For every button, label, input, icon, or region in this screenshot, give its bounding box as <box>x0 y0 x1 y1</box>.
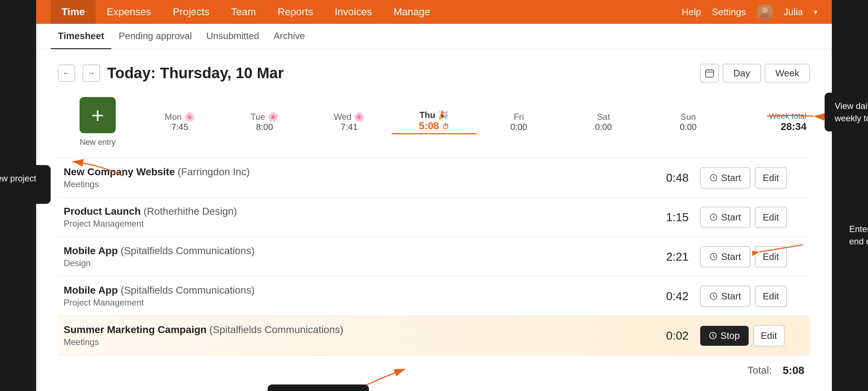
calendar-button[interactable] <box>700 64 719 83</box>
day-tuesday-hours: 8:00 <box>256 122 273 132</box>
entry-actions-cell: Start Edit <box>694 277 810 316</box>
current-date: Thursday, 10 Mar <box>160 64 284 81</box>
days-grid: + New entry Mon 🌸 7:45 Tue 🌸 8:00 Wed 🌸 … <box>58 97 810 147</box>
callout-project-dates-text: Enter project start and end dates <box>849 224 868 246</box>
day-saturday-name: Sat <box>597 112 610 122</box>
start-button[interactable]: Start <box>700 246 750 268</box>
nav-item-time[interactable]: Time <box>51 0 96 24</box>
nav-item-projects[interactable]: Projects <box>162 0 220 24</box>
entry-time-cell: 2:21 <box>644 237 694 277</box>
nav-item-manage[interactable]: Manage <box>383 0 441 24</box>
entry-time: 0:48 <box>650 171 689 185</box>
top-nav: Time Expenses Projects Team Reports Invo… <box>36 0 832 24</box>
subnav-timesheet[interactable]: Timesheet <box>51 24 111 49</box>
nav-right: Help Settings Julia ▾ <box>682 4 817 20</box>
table-row-active: Summer Marketing Campaign (Spitalfields … <box>58 316 810 356</box>
entry-project-cell: Mobile App (Spitalfields Communications)… <box>58 277 644 316</box>
subnav-unsubmitted[interactable]: Unsubmitted <box>199 24 267 49</box>
day-sunday: Sun 0:00 <box>646 108 731 136</box>
project-client: (Farringdon Inc) <box>178 166 250 177</box>
new-entry-label: New entry <box>80 138 115 147</box>
day-friday-hours: 0:00 <box>510 122 527 132</box>
entry-time: 0:42 <box>650 290 689 303</box>
project-category: Design <box>64 258 638 268</box>
day-saturday-hours: 0:00 <box>595 122 612 132</box>
timesheet-table: New Company Website (Farringdon Inc) Mee… <box>58 158 810 355</box>
project-client: (Rotherhithe Design) <box>144 206 237 217</box>
day-wednesday-hours: 7:41 <box>341 122 358 132</box>
main-content: ← → Today: Thursday, 10 Mar Day Week <box>36 49 832 391</box>
next-week-button[interactable]: → <box>82 64 100 82</box>
action-buttons: Start Edit <box>700 167 804 189</box>
callout-project-dates: Enter project start and end dates <box>839 216 868 255</box>
edit-button[interactable]: Edit <box>755 207 787 228</box>
submit-area: Submit week for approval <box>58 385 810 391</box>
prev-week-button[interactable]: ← <box>58 64 75 82</box>
action-buttons: Start Edit <box>700 286 804 307</box>
new-entry-area: + New entry <box>58 97 137 147</box>
callout-time-spent: View time spent on each project <box>268 384 369 391</box>
day-friday: Fri 0:00 <box>476 108 561 136</box>
day-thursday-hours: 5:08 ⏱ <box>419 120 449 132</box>
svg-line-12 <box>714 217 715 218</box>
edit-button[interactable]: Edit <box>753 325 785 346</box>
sub-nav: Timesheet Pending approval Unsubmitted A… <box>36 24 832 49</box>
subnav-pending[interactable]: Pending approval <box>111 24 199 49</box>
today-underline <box>392 133 476 134</box>
table-row: Mobile App (Spitalfields Communications)… <box>58 237 810 277</box>
project-name: New Company Website (Farringdon Inc) <box>64 166 638 178</box>
entry-time-cell: 1:15 <box>644 198 694 237</box>
svg-line-18 <box>714 296 715 297</box>
callout-daily-weekly-text: View daily and weekly totals <box>835 101 868 123</box>
table-row: Product Launch (Rotherhithe Design) Proj… <box>58 198 810 237</box>
arrow-new-project <box>51 154 130 183</box>
nav-item-invoices[interactable]: Invoices <box>324 0 383 24</box>
project-category: Project Management <box>64 219 638 229</box>
day-monday: Mon 🌸 7:45 <box>137 108 222 136</box>
svg-line-21 <box>713 336 714 337</box>
new-entry-button[interactable]: + <box>80 97 116 133</box>
date-nav: ← → Today: Thursday, 10 Mar <box>58 64 284 82</box>
nav-item-reports[interactable]: Reports <box>267 0 324 24</box>
settings-link[interactable]: Settings <box>712 7 746 18</box>
nav-item-expenses[interactable]: Expenses <box>96 0 162 24</box>
edit-button[interactable]: Edit <box>755 286 787 307</box>
view-controls: Day Week <box>700 64 810 83</box>
nav-items: Time Expenses Projects Team Reports Invo… <box>51 0 682 24</box>
day-wednesday: Wed 🌸 7:41 <box>307 108 392 136</box>
date-header: ← → Today: Thursday, 10 Mar Day Week <box>58 64 810 83</box>
user-dropdown-icon[interactable]: ▾ <box>814 8 817 16</box>
table-row: New Company Website (Farringdon Inc) Mee… <box>58 158 810 198</box>
start-button[interactable]: Start <box>700 167 750 189</box>
arrow-project-dates <box>752 237 810 259</box>
project-name: Mobile App (Spitalfields Communications) <box>64 285 638 296</box>
callout-weekly-totals: View daily and weekly totals <box>825 93 868 131</box>
avatar[interactable] <box>757 4 773 20</box>
total-row: Total: 5:08 <box>58 355 810 385</box>
subnav-archive[interactable]: Archive <box>267 24 312 49</box>
project-name: Summer Marketing Campaign (Spitalfields … <box>64 324 638 336</box>
project-client: (Spitalfields Communications) <box>209 324 343 335</box>
svg-rect-3 <box>706 70 714 77</box>
edit-button[interactable]: Edit <box>755 167 787 189</box>
total-label: Total: <box>748 365 772 376</box>
project-name: Product Launch (Rotherhithe Design) <box>64 206 638 217</box>
action-buttons: Stop Edit <box>700 325 804 346</box>
help-link[interactable]: Help <box>682 7 701 18</box>
day-monday-name: Mon 🌸 <box>165 112 195 122</box>
week-view-button[interactable]: Week <box>765 64 810 83</box>
day-view-button[interactable]: Day <box>723 64 761 83</box>
user-name[interactable]: Julia <box>784 7 803 18</box>
start-button[interactable]: Start <box>700 286 750 307</box>
project-client: (Spitalfields Communications) <box>121 245 255 256</box>
project-category: Meetings <box>64 179 638 189</box>
callout-new-project-text: Add a new project to track <box>0 173 36 196</box>
stop-button[interactable]: Stop <box>700 326 749 346</box>
start-button[interactable]: Start <box>700 207 750 228</box>
table-row: Mobile App (Spitalfields Communications)… <box>58 277 810 316</box>
action-buttons: Start Edit <box>700 207 804 228</box>
entry-actions-cell: Stop Edit <box>694 316 810 356</box>
day-sunday-hours: 0:00 <box>680 122 697 132</box>
entry-project-cell: Mobile App (Spitalfields Communications)… <box>58 237 644 277</box>
nav-item-team[interactable]: Team <box>220 0 267 24</box>
